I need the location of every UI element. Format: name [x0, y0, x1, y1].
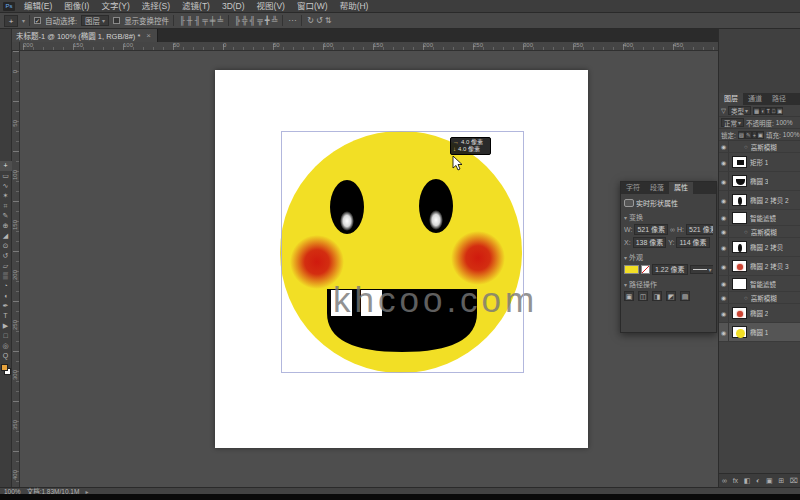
visibility-eye-icon[interactable]: ◉	[719, 210, 729, 225]
distribute-right-edges-icon[interactable]: ╩	[271, 16, 279, 25]
filter-smart-objects-icon[interactable]: ▣	[776, 107, 783, 115]
layer-row[interactable]: ◉椭圆 2 拷贝	[719, 238, 800, 257]
layer-name[interactable]: 高斯模糊	[751, 142, 777, 152]
canvas-artboard[interactable]: khcoo.com → 4.0 像素 ↓ 4.0 像素	[215, 70, 588, 448]
canvas-pasteboard[interactable]: khcoo.com → 4.0 像素 ↓ 4.0 像素	[20, 51, 718, 487]
layer-name[interactable]: 椭圆 2 拷贝	[750, 242, 783, 252]
lock-transparency-icon[interactable]: ▨	[738, 131, 745, 139]
chevron-down-icon[interactable]: ▾	[624, 281, 627, 288]
lock-all-icon[interactable]: ▣	[757, 131, 764, 139]
fill-color-swatch[interactable]	[624, 265, 639, 274]
chevron-down-icon[interactable]: ▾	[624, 254, 627, 261]
stroke-color-swatch[interactable]	[641, 265, 650, 274]
ruler-corner[interactable]	[12, 42, 20, 51]
lock-paint-icon[interactable]: ✎	[745, 131, 752, 139]
layer-row[interactable]: ◉椭圆 2 拷贝 2	[719, 191, 800, 210]
y-value-field[interactable]: 114 像素	[676, 237, 709, 248]
clone-stamp-tool[interactable]: ⊙	[0, 241, 12, 251]
rectangle-tool[interactable]: □	[0, 331, 12, 341]
intersect-shapes-icon[interactable]: ◨	[652, 291, 662, 301]
visibility-eye-icon[interactable]: ◉	[719, 141, 729, 152]
move-tool[interactable]: +	[0, 161, 12, 171]
rectangular-marquee-tool[interactable]: ▭	[0, 171, 12, 181]
blend-mode-dropdown[interactable]: 正常 ▾	[721, 118, 744, 127]
subtract-front-shape-icon[interactable]: ◫	[638, 291, 648, 301]
layer-name[interactable]: 椭圆 2 拷贝 2	[750, 195, 789, 205]
layer-thumbnail[interactable]	[732, 194, 747, 206]
layer-row[interactable]: ◉矩形 1	[719, 153, 800, 172]
stroke-type-dropdown[interactable]: ▾	[690, 265, 713, 274]
ruler-top[interactable]: 2001501005005010015020025030035040045050…	[20, 42, 718, 51]
chevron-down-icon[interactable]: ▾	[624, 214, 627, 221]
menu-item-5[interactable]: 滤镜(T)	[176, 0, 216, 13]
history-brush-tool[interactable]: ↺	[0, 251, 12, 261]
visibility-eye-icon[interactable]: ◉	[719, 153, 729, 171]
type-tool[interactable]: T	[0, 311, 12, 321]
spot-healing-brush-tool[interactable]: ⊕	[0, 221, 12, 231]
layers-tab-3[interactable]: 路径	[767, 93, 791, 105]
menu-item-1[interactable]: 编辑(E)	[18, 0, 58, 13]
layer-thumbnail[interactable]	[732, 326, 747, 338]
layers-tab-1[interactable]: 图层	[719, 93, 743, 105]
visibility-eye-icon[interactable]: ◉	[719, 257, 729, 275]
layer-thumbnail[interactable]	[732, 175, 747, 187]
distribute-top-edges-icon[interactable]: ╠	[233, 16, 241, 25]
dodge-tool[interactable]: ◖	[0, 291, 12, 301]
merge-shape-components-icon[interactable]: ▤	[680, 291, 690, 301]
layer-name[interactable]: 椭圆 3	[750, 176, 768, 186]
smart-filter-mask-thumbnail[interactable]	[732, 278, 747, 290]
eyedropper-tool[interactable]: ✎	[0, 211, 12, 221]
layer-name[interactable]: 椭圆 1	[750, 327, 768, 337]
pen-tool[interactable]: ✒	[0, 301, 12, 311]
add-layer-mask-icon[interactable]: ◧	[744, 474, 751, 487]
distribute-left-edges-icon[interactable]: ╦	[256, 16, 264, 25]
crop-tool[interactable]: ⌗	[0, 201, 12, 211]
new-layer-icon[interactable]: ⊞	[778, 474, 784, 487]
visibility-eye-icon[interactable]: ◉	[719, 304, 729, 322]
layer-name[interactable]: 矩形 1	[750, 157, 768, 167]
ruler-left[interactable]: 050100150200250300350400	[12, 51, 20, 487]
visibility-eye-icon[interactable]: ◉	[719, 276, 729, 291]
layer-name[interactable]: 椭圆 2 拷贝 3	[750, 261, 789, 271]
align-top-edges-icon[interactable]: ╤	[201, 16, 209, 25]
3d-rotate-icon[interactable]: ↻	[306, 16, 315, 25]
brush-tool[interactable]: ◢	[0, 231, 12, 241]
layer-thumbnail[interactable]	[732, 307, 747, 319]
properties-tab-2[interactable]: 段落	[645, 182, 669, 194]
combine-shapes-icon[interactable]: ▣	[624, 291, 634, 301]
distribute-vertical-centers-icon[interactable]: ╬	[241, 16, 249, 25]
layer-row[interactable]: ◉椭圆 3	[719, 172, 800, 191]
blur-tool[interactable]: ◔	[0, 281, 12, 291]
stroke-width-field[interactable]: 1.22 像素	[652, 264, 688, 275]
show-transform-checkbox[interactable]	[113, 17, 120, 24]
distribute-horizontal-centers-icon[interactable]: ╋	[264, 16, 271, 25]
layer-thumbnail[interactable]	[732, 241, 747, 253]
3d-drag-icon[interactable]: ⇅	[324, 16, 333, 25]
foreground-color-swatch[interactable]	[1, 364, 8, 371]
delete-layer-icon[interactable]: ⌧	[790, 474, 798, 487]
new-group-icon[interactable]: ▣	[766, 474, 773, 487]
transform-bounding-box[interactable]	[281, 131, 524, 373]
layer-filter-kind-dropdown[interactable]: 类型 ▾	[728, 106, 751, 115]
align-left-edges-icon[interactable]: ╟	[178, 16, 186, 25]
visibility-eye-icon[interactable]: ◉	[719, 226, 729, 237]
menu-item-3[interactable]: 文字(Y)	[95, 0, 135, 13]
visibility-eye-icon[interactable]: ◉	[719, 292, 729, 303]
layers-tab-2[interactable]: 通道	[743, 93, 767, 105]
smart-filter-mask-thumbnail[interactable]	[732, 212, 747, 224]
new-adjustment-layer-icon[interactable]: ◐	[756, 474, 760, 487]
align-right-edges-icon[interactable]: ╢	[193, 16, 201, 25]
auto-select-dropdown[interactable]: 图层 ▾	[81, 15, 109, 26]
layer-row[interactable]: ◉智能滤镜	[719, 276, 800, 292]
menu-item-4[interactable]: 选择(S)	[136, 0, 176, 13]
wh-link-icon[interactable]: ∞	[670, 226, 675, 233]
more-options-icon[interactable]: ⋯	[287, 16, 297, 25]
filter-adjustment-layers-icon[interactable]: ◐	[760, 107, 765, 115]
layer-row[interactable]: ◉椭圆 2 拷贝 3	[719, 257, 800, 276]
h-value-field[interactable]: 521 像素	[686, 224, 713, 235]
lasso-tool[interactable]: ∿	[0, 181, 12, 191]
path-selection-tool[interactable]: ▶	[0, 321, 12, 331]
layer-name[interactable]: 高斯模糊	[751, 293, 777, 303]
layer-row[interactable]: ◉智能滤镜	[719, 210, 800, 226]
link-layers-icon[interactable]: ∞	[722, 474, 727, 487]
